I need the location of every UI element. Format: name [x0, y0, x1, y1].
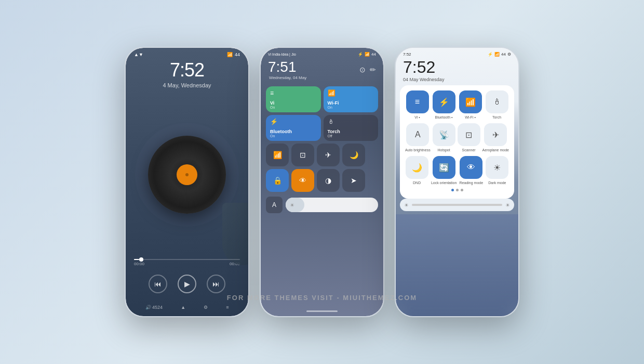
phone3-battery: 44: [501, 52, 506, 57]
qs-dnd: 🌙 DND: [406, 156, 428, 185]
qs-vi-btn[interactable]: ≡: [406, 90, 429, 113]
qs-torch-btn[interactable]: 🕯: [486, 90, 508, 113]
bluetooth-sub: On: [270, 134, 317, 138]
qs-airplane-btn[interactable]: ✈: [484, 123, 507, 146]
qs-lock-orient-btn[interactable]: 🔄: [433, 156, 455, 179]
bluetooth-icon: ⚡: [270, 118, 278, 125]
next-button[interactable]: ⏭: [207, 275, 225, 293]
qs-auto-brightness-label: Auto brightness: [405, 148, 431, 152]
time-labels: 00:00 00:00: [134, 262, 240, 266]
prev-button[interactable]: ⏮: [149, 275, 167, 293]
phone3-date-row: 04 May Wednesday: [396, 77, 518, 85]
signal-label: 🔊 4524: [145, 305, 163, 310]
qs-auto-brightness-btn[interactable]: A: [406, 123, 429, 146]
phone2-wifi-icon: 📶: [365, 52, 370, 57]
cc-row-2: ⚡ Bluetooth On 🕯 Torch Off: [266, 115, 378, 141]
phone3-time: 7:52: [396, 58, 518, 77]
bluetooth-tile[interactable]: ⚡ Bluetooth On: [266, 115, 321, 141]
quick-settings-grid: ≡ Vi • ⚡ Bluetooth • 📶 Wi-Fi • 🕯: [400, 85, 514, 199]
phone2-date: Wednesday, 04 May: [268, 75, 306, 80]
home-indicator[interactable]: [306, 310, 338, 312]
qs-reading: 👁 Reading mode: [460, 156, 484, 185]
brightness-icon[interactable]: ⊙: [359, 66, 366, 74]
dot-3: [461, 189, 463, 191]
phones-container: ▲▼ 📶 44 7:52 4 May, Wednesday: [114, 36, 530, 328]
progress-thumb: [139, 257, 143, 262]
qs-vi: ≡ Vi •: [406, 90, 429, 119]
small-wifi-tile[interactable]: 📶: [266, 144, 289, 166]
qs-wifi-btn[interactable]: 📶: [459, 90, 482, 113]
phone3-wifi-icon: 📶: [494, 52, 500, 57]
wifi-tile[interactable]: 📶 Wi-Fi On: [324, 86, 379, 112]
phone1-status-bar: ▲▼ 📶 44: [126, 48, 248, 59]
qs-airplane: ✈ Aeroplane mode: [482, 123, 509, 152]
qs-airplane-label: Aeroplane mode: [482, 148, 509, 152]
qs-bluetooth-btn[interactable]: ⚡: [433, 90, 455, 113]
qs-hotspot-label: Hotspot: [438, 148, 450, 152]
wifi-sub: On: [328, 106, 374, 109]
album-art-area: [126, 95, 248, 255]
phone-2: Vi India-Idea | Jio ⚡ 📶 44 7:51 Wednesda…: [260, 47, 384, 317]
phone2-time: 7:51: [268, 59, 306, 75]
phone2-battery: 44: [371, 52, 376, 57]
torch-label: Torch: [328, 129, 374, 134]
qs-wifi: 📶 Wi-Fi •: [459, 90, 482, 119]
control-center-grid: ≡ Vi On 📶 Wi-Fi On ⚡: [261, 83, 383, 308]
brightness-fill: [286, 198, 304, 212]
cc-small-row-1: 📶 ⊡ ✈ 🌙: [266, 144, 378, 166]
qs-wifi-label: Wi-Fi •: [465, 115, 476, 119]
torch-tile[interactable]: 🕯 Torch Off: [324, 115, 379, 141]
small-airplane-tile[interactable]: ✈: [317, 144, 340, 166]
phone1-time: 7:52: [136, 59, 238, 81]
cc-row-1: ≡ Vi On 📶 Wi-Fi On: [266, 86, 378, 112]
small-nav-tile[interactable]: ➤: [342, 169, 365, 192]
torch-icon: 🕯: [328, 118, 334, 125]
qs-row-3: 🌙 DND 🔄 Lock orientation 👁 Reading mode: [404, 156, 510, 185]
qs-row-1: ≡ Vi • ⚡ Bluetooth • 📶 Wi-Fi • 🕯: [404, 90, 510, 119]
vinyl-record: [148, 136, 226, 214]
settings-icon[interactable]: ⚙: [204, 305, 208, 310]
up-arrow-icon: ▲: [181, 305, 185, 310]
vi-tile[interactable]: ≡ Vi On: [266, 86, 321, 112]
small-contrast-tile[interactable]: ◑: [317, 169, 340, 192]
phone-1: ▲▼ 📶 44 7:52 4 May, Wednesday: [125, 47, 249, 317]
brightness-track[interactable]: ☀: [286, 198, 378, 212]
phone1-signal: ▲▼: [134, 52, 143, 57]
qs-torch-label: Torch: [492, 115, 501, 119]
play-button[interactable]: ▶: [178, 275, 196, 293]
edit-icon[interactable]: ✏: [370, 66, 376, 74]
menu-icon[interactable]: ≡: [226, 305, 229, 310]
qs-scanner-label: Scanner: [462, 148, 476, 152]
time-start: 00:00: [134, 262, 144, 266]
qs-dnd-btn[interactable]: 🌙: [406, 156, 428, 179]
qs-auto-brightness: A Auto brightness: [405, 123, 431, 152]
qs-dark-mode-label: Dark mode: [488, 181, 506, 185]
qs-hotspot-btn[interactable]: 📡: [433, 123, 455, 146]
small-eye-tile[interactable]: 👁: [291, 169, 314, 192]
phone3-time-status: 7:52: [403, 52, 411, 57]
auto-a-button[interactable]: A: [266, 197, 283, 213]
phone1-date: 4 May, Wednesday: [136, 81, 238, 93]
qs-bluetooth-label: Bluetooth •: [435, 115, 453, 119]
phone3-brightness-bar[interactable]: ☀ ☀: [400, 199, 514, 211]
phone3-gear-icon[interactable]: ⚙: [507, 52, 511, 57]
qs-scanner-btn[interactable]: ⊡: [458, 123, 480, 146]
small-lock-tile[interactable]: 🔒: [266, 169, 289, 192]
page-dots: [404, 189, 510, 191]
qs-lock-orient: 🔄 Lock orientation: [431, 156, 457, 185]
phone3-status-bar: 7:52 ⚡ 📶 44 ⚙: [396, 48, 518, 58]
auto-brightness-row: A ☀: [266, 197, 378, 213]
qs-vi-label: Vi •: [414, 115, 420, 119]
small-expand-tile[interactable]: ⊡: [291, 144, 314, 166]
qs-reading-label: Reading mode: [460, 181, 484, 185]
phone3-date: 04 May Wednesday: [403, 77, 444, 82]
qs-reading-btn[interactable]: 👁: [460, 156, 482, 179]
qs-dark-mode-btn[interactable]: ☀: [486, 156, 508, 179]
sun-icon-small: ☀: [290, 202, 294, 208]
vinyl-center: [177, 164, 197, 185]
qs-torch: 🕯 Torch: [486, 90, 508, 119]
dot-1: [451, 189, 454, 191]
small-moon-tile[interactable]: 🌙: [342, 144, 365, 166]
cc-small-row-2: 🔒 👁 ◑ ➤: [266, 169, 378, 192]
vi-sub: On: [270, 106, 317, 109]
